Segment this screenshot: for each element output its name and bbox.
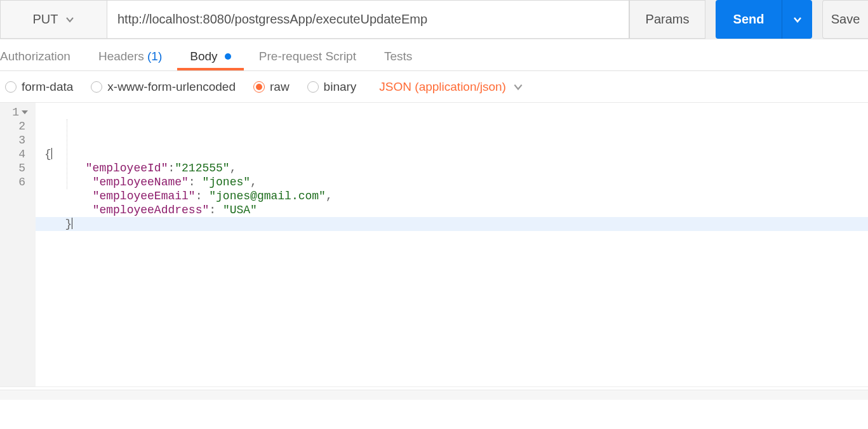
request-bar: PUT Params Send Save <box>0 0 868 39</box>
radio-icon <box>5 81 17 93</box>
editor-content[interactable]: { "employeeId":"212555", "employeeName":… <box>36 103 868 386</box>
radio-label: raw <box>270 80 290 94</box>
send-button-group: Send <box>716 0 812 39</box>
code-line: "employeeEmail": "jones@gmail.com", <box>44 189 868 203</box>
chevron-down-icon <box>512 81 524 93</box>
tab-headers[interactable]: Headers (1) <box>98 41 162 70</box>
tab-body-label: Body <box>190 50 217 63</box>
radio-label: binary <box>324 80 357 94</box>
code-line: "employeeAddress": "USA" <box>44 203 868 217</box>
gutter-line: 2 <box>0 119 36 133</box>
radio-label: x-www-form-urlencoded <box>107 80 236 94</box>
bottom-strip <box>0 390 868 400</box>
content-type-select[interactable]: JSON (application/json) <box>379 80 524 94</box>
radio-icon <box>307 81 319 93</box>
chevron-down-icon <box>65 15 75 25</box>
gutter-line: 1 <box>0 105 36 119</box>
radio-binary[interactable]: binary <box>307 80 357 94</box>
radio-icon <box>91 81 102 93</box>
send-button[interactable]: Send <box>716 0 782 39</box>
save-button[interactable]: Save <box>822 0 868 39</box>
params-button[interactable]: Params <box>629 0 705 39</box>
radio-raw[interactable]: raw <box>253 80 290 94</box>
gutter-line: 6 <box>0 175 36 189</box>
indent-guide <box>67 119 67 189</box>
tab-prerequest[interactable]: Pre-request Script <box>259 41 356 70</box>
chevron-down-icon <box>792 15 803 25</box>
code-line: "employeeName": "jones", <box>44 175 868 189</box>
request-tabs: Authorization Headers (1) Body Pre-reque… <box>0 39 868 71</box>
radio-icon <box>253 81 265 93</box>
radio-label: form-data <box>22 80 73 94</box>
content-type-value: JSON (application/json) <box>379 80 506 94</box>
code-line: "employeeId":"212555", <box>44 161 868 175</box>
code-line: } <box>36 217 868 231</box>
gutter-line: 3 <box>0 133 36 147</box>
radio-urlencoded[interactable]: x-www-form-urlencoded <box>91 80 236 94</box>
body-editor: 123456 { "employeeId":"212555", "employe… <box>0 103 868 387</box>
modified-indicator-icon <box>225 53 231 60</box>
url-input[interactable] <box>107 0 629 39</box>
send-dropdown-button[interactable] <box>782 0 812 39</box>
tab-tests[interactable]: Tests <box>384 41 412 70</box>
tab-authorization[interactable]: Authorization <box>0 41 70 70</box>
tab-body[interactable]: Body <box>190 41 231 70</box>
code-line: { <box>44 147 868 161</box>
body-type-row: form-data x-www-form-urlencoded raw bina… <box>0 71 868 103</box>
editor-gutter: 123456 <box>0 103 36 386</box>
gutter-line: 5 <box>0 161 36 175</box>
caret-icon <box>51 148 52 159</box>
radio-form-data[interactable]: form-data <box>5 80 73 94</box>
caret-icon <box>72 218 72 229</box>
http-method-select[interactable]: PUT <box>0 0 107 39</box>
gutter-line: 4 <box>0 147 36 161</box>
tab-headers-label: Headers <box>98 50 144 63</box>
tab-headers-count: (1) <box>147 50 162 63</box>
http-method-value: PUT <box>33 12 58 27</box>
